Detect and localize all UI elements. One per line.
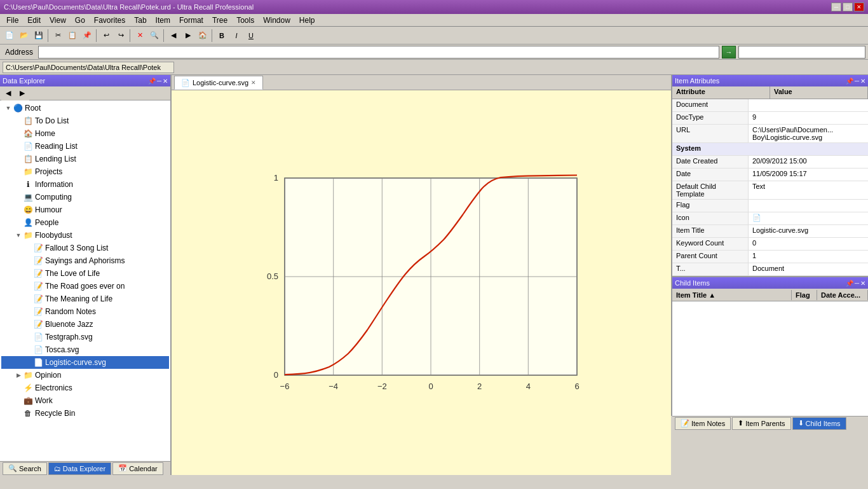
tree-item-sayings[interactable]: 📝Sayings and Aphorisms [1, 254, 169, 267]
tree-item-opinion[interactable]: ▶📁Opinion [1, 369, 169, 382]
tree-item-home[interactable]: 🏠Home [1, 127, 169, 140]
toolbar-redo[interactable]: ↪ [114, 29, 128, 43]
expand-icon-floobydust[interactable]: ▼ [14, 231, 23, 240]
menu-item-item[interactable]: Item [152, 15, 174, 26]
menu-item-format[interactable]: Format [175, 15, 207, 26]
minimize-button[interactable]: ─ [831, 3, 841, 11]
bottom-right-tab-item-notes[interactable]: 📝Item Notes [675, 417, 731, 430]
tree-item-roadgoes[interactable]: 📝The Road goes ever on [1, 280, 169, 293]
toolbar-copy[interactable]: 📋 [65, 29, 79, 43]
item-label-bluenotejazz: Bluenote Jazz [45, 320, 93, 329]
tree-item-reading[interactable]: 📄Reading List [1, 140, 169, 153]
toolbar-cut[interactable]: ✂ [51, 29, 65, 43]
de-tb-right[interactable]: ▶ [15, 86, 29, 100]
ia-pin-icon[interactable]: 📌 [846, 78, 853, 85]
ci-minimize-icon[interactable]: ─ [855, 280, 859, 287]
tree-item-bluenotejazz[interactable]: 📝Bluenote Jazz [1, 318, 169, 331]
toolbar-back[interactable]: ◀ [166, 29, 180, 43]
tree-item-loveoflife[interactable]: 📝The Love of Life [1, 267, 169, 280]
tree-item-tosca[interactable]: 📄Tosca.svg [1, 343, 169, 356]
attr-value-10: 0 [749, 238, 868, 250]
bottom-tab-bar: 🔍Search🗂Data Explorer📅Calendar [0, 461, 170, 475]
tree-item-testgraph[interactable]: 📄Testgraph.svg [1, 331, 169, 343]
tree-item-lending[interactable]: 📋Lending List [1, 153, 169, 165]
bottom-tab-calendar[interactable]: 📅Calendar [112, 462, 163, 475]
svg-text:6: 6 [574, 382, 579, 391]
toolbar-save[interactable]: 💾 [32, 29, 46, 43]
tab-icon: 📄 [181, 79, 190, 87]
de-minimize-icon[interactable]: ─ [157, 78, 161, 85]
menu-item-tree[interactable]: Tree [208, 15, 231, 26]
toolbar-home[interactable]: 🏠 [196, 29, 210, 43]
tab-close[interactable]: ✕ [251, 79, 256, 86]
toolbar-undo[interactable]: ↩ [99, 29, 113, 43]
go-button[interactable]: → [722, 46, 736, 59]
toolbar-new[interactable]: 📄 [3, 29, 17, 43]
maximize-button[interactable]: □ [843, 3, 853, 11]
active-tab[interactable]: 📄 Logistic-curve.svg ✕ [174, 76, 263, 90]
tree-item-meaningoflife[interactable]: 📝The Meaning of Life [1, 293, 169, 305]
tree-item-people[interactable]: 👤People [1, 216, 169, 229]
attr-col-attribute: Attribute [672, 86, 770, 99]
attr-value-11: 1 [749, 251, 868, 263]
attr-row-1: DocType9 [672, 112, 868, 125]
menu-item-view[interactable]: View [46, 15, 70, 26]
de-tb-left[interactable]: ◀ [1, 86, 15, 100]
toolbar-italic[interactable]: I [229, 29, 243, 43]
ia-close-icon[interactable]: ✕ [860, 78, 865, 85]
expand-icon-fallout [24, 244, 33, 252]
bottom-tab-icon: 📅 [118, 464, 127, 472]
tree-item-electronics[interactable]: ⚡Electronics [1, 382, 169, 394]
tree-item-computing[interactable]: 💻Computing [1, 191, 169, 203]
attr-row-12: T...Document [672, 263, 868, 276]
menu-item-window[interactable]: Window [259, 15, 294, 26]
toolbar-forward[interactable]: ▶ [181, 29, 195, 43]
ci-close-icon[interactable]: ✕ [860, 280, 865, 287]
tree-item-todo[interactable]: 📋To Do List [1, 114, 169, 127]
close-button[interactable]: ✕ [854, 3, 864, 11]
menu-item-go[interactable]: Go [71, 15, 89, 26]
tree-item-humour[interactable]: 😄Humour [1, 203, 169, 216]
toolbar-paste[interactable]: 📌 [80, 29, 94, 43]
tree-container[interactable]: ▼🔵Root📋To Do List🏠Home📄Reading List📋Lend… [0, 100, 170, 461]
toolbar-bold[interactable]: B [215, 29, 229, 43]
tree-item-projects[interactable]: 📁Projects [1, 165, 169, 178]
ia-minimize-icon[interactable]: ─ [855, 78, 859, 85]
toolbar-open[interactable]: 📂 [17, 29, 31, 43]
tree-item-information[interactable]: ℹInformation [1, 178, 169, 191]
item-label-tosca: Tosca.svg [45, 345, 79, 354]
menu-item-tab[interactable]: Tab [130, 15, 150, 26]
toolbar-underline[interactable]: U [244, 29, 258, 43]
menu-item-edit[interactable]: Edit [24, 15, 44, 26]
ci-pin-icon[interactable]: 📌 [846, 280, 853, 287]
bottom-tab-data-explorer[interactable]: 🗂Data Explorer [48, 462, 111, 475]
tree-item-recyclebin[interactable]: 🗑Recycle Bin [1, 407, 169, 420]
bottom-right-tab-child-items[interactable]: ⬇Child Items [792, 417, 846, 430]
de-close-icon[interactable]: ✕ [163, 78, 168, 85]
de-pin-icon[interactable]: 📌 [148, 78, 156, 85]
menu-item-favorites[interactable]: Favorites [90, 15, 129, 26]
tree-item-floobydust[interactable]: ▼📁Floobydust [1, 229, 169, 242]
tree-item-root[interactable]: ▼🔵Root [1, 102, 169, 114]
bottom-right-tab-item-parents[interactable]: ⬆Item Parents [732, 417, 790, 430]
attr-name-2: URL [672, 125, 749, 142]
menu-item-tools[interactable]: Tools [233, 15, 258, 26]
toolbar-search[interactable]: 🔍 [147, 29, 161, 43]
expand-icon-root[interactable]: ▼ [4, 104, 13, 113]
menu-item-file[interactable]: File [3, 15, 22, 26]
menu-item-help[interactable]: Help [295, 15, 319, 26]
bottom-tab-label: Search [19, 465, 41, 472]
tree-item-fallout[interactable]: 📝Fallout 3 Song List [1, 242, 169, 254]
toolbar-delete[interactable]: ✕ [133, 29, 147, 43]
bottom-tab-search[interactable]: 🔍Search [3, 462, 47, 475]
tree-item-logistic[interactable]: 📄Logistic-curve.svg [1, 356, 169, 369]
tree-item-work[interactable]: 💼Work [1, 394, 169, 407]
ci-header-controls: 📌 ─ ✕ [846, 280, 865, 287]
svg-text:0: 0 [428, 382, 433, 391]
expand-icon-opinion[interactable]: ▶ [14, 371, 23, 380]
search-input[interactable] [738, 46, 865, 59]
tree-item-randomnotes[interactable]: 📝Random Notes [1, 305, 169, 318]
address-input[interactable] [38, 46, 719, 59]
svg-text:−4: −4 [329, 382, 338, 391]
attr-row-10: Keyword Count0 [672, 238, 868, 251]
